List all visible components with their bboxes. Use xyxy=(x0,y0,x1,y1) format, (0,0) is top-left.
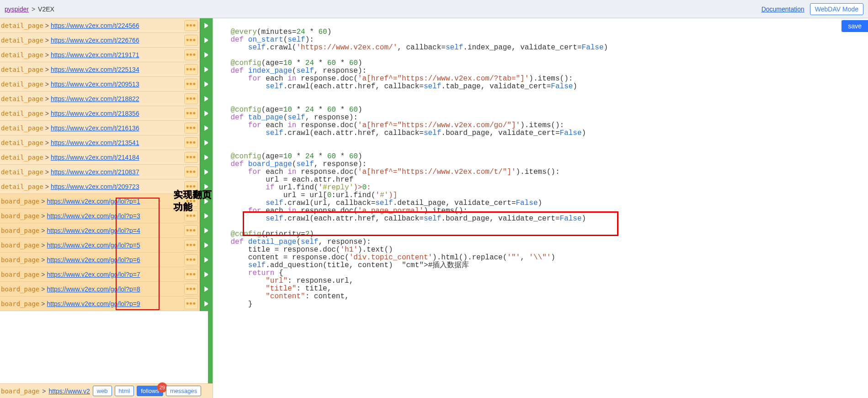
more-button[interactable]: ••• xyxy=(184,108,198,119)
task-callback: detail_page xyxy=(0,95,43,102)
more-button[interactable]: ••• xyxy=(184,210,198,221)
task-url-link[interactable]: https://www.v2ex.com/t/210837 xyxy=(51,168,139,176)
task-callback: board_page xyxy=(0,271,39,278)
more-button[interactable]: ••• xyxy=(184,240,198,251)
more-button[interactable]: ••• xyxy=(184,298,198,309)
task-sep: > xyxy=(45,81,49,88)
more-button[interactable]: ••• xyxy=(184,123,198,134)
task-url-link[interactable]: https://www.v2ex.com/go/lol?p=8 xyxy=(47,285,140,293)
more-button[interactable]: ••• xyxy=(184,196,198,207)
follows-label: follows xyxy=(141,387,159,394)
task-sep: > xyxy=(41,285,45,293)
task-callback: detail_page xyxy=(0,37,43,44)
task-sep: > xyxy=(45,139,49,146)
task-sep: > xyxy=(41,271,45,278)
task-url-link[interactable]: https://www.v2ex.com/t/218822 xyxy=(51,95,139,102)
code-editor[interactable]: @every(minutes=24 * 60) def on_start(sel… xyxy=(213,18,868,327)
task-url-link[interactable]: https://www.v2ex.com/go/lol?p=5 xyxy=(47,242,140,249)
task-url-link[interactable]: https://www.v2ex.com/t/209513 xyxy=(51,81,139,88)
task-url-link[interactable]: https://www.v2ex.com/go/lol?p=6 xyxy=(47,256,140,264)
task-url-link[interactable]: https://www.v2ex.com/go/lol?p=4 xyxy=(47,227,140,234)
more-button[interactable]: ••• xyxy=(184,284,198,295)
task-url-link[interactable]: https://www.v2ex.com/t/218356 xyxy=(51,110,139,117)
task-sep: > xyxy=(41,198,45,205)
project-name: V2EX xyxy=(38,5,54,13)
top-bar: pyspider > V2EX Documentation WebDAV Mod… xyxy=(0,0,868,18)
task-url-link[interactable]: https://www.v2ex.com/t/209723 xyxy=(51,183,139,190)
task-callback: board_page xyxy=(0,242,39,249)
task-row: board_page>https://www.v2ex.com/go/lol?p… xyxy=(0,296,213,311)
task-row: board_page>https://www.v2ex.com/go/lol?p… xyxy=(0,253,213,267)
webdav-mode-button[interactable]: WebDAV Mode xyxy=(810,3,863,15)
task-callback: detail_page xyxy=(0,22,43,29)
task-callback: detail_page xyxy=(0,66,43,73)
task-callback: detail_page xyxy=(0,110,43,117)
more-button[interactable]: ••• xyxy=(184,93,198,104)
html-button[interactable]: html xyxy=(115,386,134,396)
task-panel: detail_page>https://www.v2ex.com/t/22456… xyxy=(0,18,213,398)
breadcrumb: pyspider > V2EX xyxy=(5,5,54,13)
task-url-link[interactable]: https://www.v2ex.com/t/213541 xyxy=(51,139,139,146)
task-callback: board_page xyxy=(0,227,39,234)
save-button[interactable]: save xyxy=(841,20,868,32)
documentation-link[interactable]: Documentation xyxy=(761,5,804,13)
more-button[interactable]: ••• xyxy=(184,269,198,280)
task-sep: > xyxy=(45,66,49,73)
task-row: detail_page>https://www.v2ex.com/t/20951… xyxy=(0,77,213,91)
task-callback: detail_page xyxy=(0,81,43,88)
task-callback: board_page xyxy=(0,198,39,205)
task-url-link[interactable]: https://www.v2ex.com/t/225134 xyxy=(51,66,139,73)
more-button[interactable]: ••• xyxy=(184,137,198,148)
task-row: detail_page>https://www.v2ex.com/t/21917… xyxy=(0,48,213,62)
toolbar-sep: > xyxy=(42,387,46,395)
task-row: detail_page>https://www.v2ex.com/t/21882… xyxy=(0,91,213,106)
pyspider-link[interactable]: pyspider xyxy=(5,5,29,13)
more-button[interactable]: ••• xyxy=(184,49,198,60)
task-callback: board_page xyxy=(0,300,39,307)
task-url-link[interactable]: https://www.v2ex.com/t/224566 xyxy=(51,22,139,29)
task-row: detail_page>https://www.v2ex.com/t/22513… xyxy=(0,62,213,77)
more-button[interactable]: ••• xyxy=(184,79,198,90)
more-button[interactable]: ••• xyxy=(184,35,198,46)
task-url-link[interactable]: https://www.v2ex.com/t/219171 xyxy=(51,51,139,59)
more-button[interactable]: ••• xyxy=(184,181,198,192)
task-callback: detail_page xyxy=(0,183,43,190)
task-row: detail_page>https://www.v2ex.com/t/21835… xyxy=(0,106,213,121)
more-button[interactable]: ••• xyxy=(184,20,198,31)
task-url-link[interactable]: https://www.v2ex.com/go/lol?p=7 xyxy=(47,271,140,278)
task-sep: > xyxy=(41,227,45,234)
task-row: detail_page>https://www.v2ex.com/t/21613… xyxy=(0,121,213,135)
more-button[interactable]: ••• xyxy=(184,64,198,75)
task-callback: board_page xyxy=(0,256,39,264)
task-row: board_page>https://www.v2ex.com/go/lol?p… xyxy=(0,209,213,223)
task-row: detail_page>https://www.v2ex.com/t/21083… xyxy=(0,165,213,179)
messages-button[interactable]: messages xyxy=(166,386,201,396)
task-row: detail_page>https://www.v2ex.com/t/21418… xyxy=(0,150,213,165)
more-button[interactable]: ••• xyxy=(184,167,198,177)
toolbar-callback: board_page xyxy=(1,387,39,395)
task-url-link[interactable]: https://www.v2ex.com/t/214184 xyxy=(51,154,139,161)
task-url-link[interactable]: https://www.v2ex.com/go/lol?p=3 xyxy=(47,212,140,220)
task-sep: > xyxy=(41,256,45,264)
task-sep: > xyxy=(41,242,45,249)
task-callback: detail_page xyxy=(0,51,43,59)
task-sep: > xyxy=(45,110,49,117)
task-callback: board_page xyxy=(0,285,39,293)
task-url-link[interactable]: https://www.v2ex.com/t/216136 xyxy=(51,124,139,132)
task-row: detail_page>https://www.v2ex.com/t/22676… xyxy=(0,33,213,48)
task-row: board_page>https://www.v2ex.com/go/lol?p… xyxy=(0,282,213,296)
task-callback: detail_page xyxy=(0,139,43,146)
task-sep: > xyxy=(45,124,49,132)
web-button[interactable]: web xyxy=(93,386,112,396)
task-callback: detail_page xyxy=(0,154,43,161)
follows-button[interactable]: follows 29 xyxy=(137,386,163,396)
more-button[interactable]: ••• xyxy=(184,254,198,265)
task-url-link[interactable]: https://www.v2ex.com/go/lol?p=1 xyxy=(47,198,140,205)
task-url-link[interactable]: https://www.v2ex.com/go/lol?p=9 xyxy=(47,300,140,307)
task-sep: > xyxy=(45,22,49,29)
task-row: board_page>https://www.v2ex.com/go/lol?p… xyxy=(0,194,213,209)
more-button[interactable]: ••• xyxy=(184,225,198,236)
scroll-strip[interactable] xyxy=(208,18,213,398)
more-button[interactable]: ••• xyxy=(184,152,198,163)
task-url-link[interactable]: https://www.v2ex.com/t/226766 xyxy=(51,37,139,44)
